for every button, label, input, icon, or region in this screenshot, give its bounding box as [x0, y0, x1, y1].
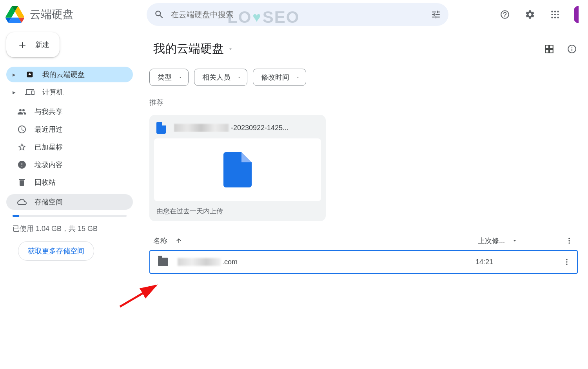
caret-down-icon	[178, 75, 183, 80]
svg-point-4	[554, 14, 556, 15]
chip-type[interactable]: 类型	[149, 69, 189, 86]
recommended-preview	[154, 138, 321, 201]
search-icon	[154, 9, 164, 20]
storage-bar: 已使用 1.04 GB，共 15 GB 获取更多存储空间	[6, 215, 133, 261]
view-toggle-button[interactable]	[543, 43, 555, 55]
help-icon	[500, 9, 510, 20]
file-icon	[156, 122, 166, 134]
nav: ▶ 我的云端硬盘 ▶ 计算机 与我共享	[6, 67, 133, 212]
sidebar-item-my-drive[interactable]: ▶ 我的云端硬盘	[6, 67, 133, 82]
file-name-suffix: .com	[222, 258, 238, 266]
devices-icon	[25, 87, 34, 97]
new-button[interactable]: ＋ 新建	[6, 32, 60, 57]
column-name[interactable]: 名称	[153, 236, 182, 245]
filename-suffix: -20230922-1425...	[231, 124, 289, 132]
svg-point-14	[566, 259, 567, 260]
body: ＋ 新建 ▶ 我的云端硬盘 ▶ 计算机	[0, 29, 588, 369]
row-more-button[interactable]	[562, 257, 572, 267]
svg-point-1	[554, 11, 556, 12]
svg-point-8	[557, 16, 559, 18]
sidebar-item-spam[interactable]: 垃圾内容	[6, 157, 133, 173]
sidebar-item-computers[interactable]: ▶ 计算机	[6, 84, 133, 100]
sidebar-item-label: 存储空间	[34, 197, 63, 207]
storage-meter-fill	[13, 215, 19, 217]
people-icon	[17, 107, 27, 116]
caret-down-icon	[296, 75, 300, 80]
search-options-button[interactable]	[427, 6, 445, 23]
chip-label: 修改时间	[261, 73, 289, 82]
svg-point-6	[551, 16, 553, 18]
sidebar-item-trash[interactable]: 回收站	[6, 175, 133, 190]
sidebar-item-recent[interactable]: 最近用过	[6, 122, 133, 137]
caret-down-icon	[512, 238, 517, 244]
column-last-modified[interactable]: 上次修...	[478, 236, 517, 245]
settings-button[interactable]	[521, 6, 539, 23]
sidebar-item-label: 计算机	[42, 87, 64, 97]
main-content: 我的云端硬盘 类型 相关人员 修改时间	[139, 29, 588, 369]
arrow-up-icon	[175, 237, 182, 244]
clock-icon	[17, 125, 27, 134]
storage-meter	[13, 215, 127, 217]
redacted-text	[178, 258, 221, 266]
search-input[interactable]	[168, 10, 427, 19]
file-row[interactable]: .com 14:21	[149, 250, 578, 274]
chip-people[interactable]: 相关人员	[194, 69, 247, 86]
search-bar[interactable]	[147, 3, 448, 26]
help-button[interactable]	[496, 6, 514, 23]
chip-label: 相关人员	[202, 73, 230, 82]
sidebar-item-label: 垃圾内容	[34, 160, 63, 169]
svg-point-12	[568, 240, 570, 241]
plus-icon: ＋	[16, 41, 28, 49]
sidebar-item-label: 回收站	[34, 178, 56, 187]
page-title: 我的云端硬盘	[153, 41, 224, 57]
info-icon	[567, 44, 577, 54]
get-more-storage-button[interactable]: 获取更多存储空间	[18, 241, 94, 261]
apps-icon	[550, 9, 560, 20]
sidebar-item-label: 已加星标	[34, 142, 63, 152]
caret-down-icon	[228, 46, 233, 52]
col-name-label: 名称	[153, 236, 167, 245]
caret-down-icon	[237, 75, 241, 80]
more-vert-icon	[565, 237, 573, 245]
svg-point-11	[568, 238, 570, 239]
svg-point-15	[566, 261, 567, 262]
new-button-label: 新建	[35, 40, 49, 49]
svg-point-2	[557, 11, 559, 12]
chevron-right-icon: ▶	[13, 90, 17, 95]
svg-point-5	[557, 14, 559, 15]
recommended-card[interactable]: -20230922-1425... 由您在过去一天内上传	[149, 115, 326, 221]
search-button[interactable]	[151, 6, 168, 23]
sidebar-item-shared[interactable]: 与我共享	[6, 104, 133, 120]
more-vert-icon	[563, 258, 571, 266]
tune-icon	[431, 9, 441, 20]
trash-icon	[17, 178, 27, 187]
recommended-header: -20230922-1425...	[154, 120, 321, 138]
column-more-button[interactable]	[564, 236, 574, 245]
file-name: .com	[178, 258, 238, 266]
folder-icon	[158, 258, 168, 266]
svg-point-16	[566, 264, 567, 265]
sidebar-item-label: 我的云端硬盘	[42, 70, 85, 79]
file-icon	[223, 152, 252, 187]
svg-point-3	[551, 14, 553, 15]
apps-button[interactable]	[546, 6, 564, 23]
col-last-label: 上次修...	[478, 236, 505, 245]
avatar[interactable]	[574, 6, 579, 23]
sidebar-item-starred[interactable]: 已加星标	[6, 139, 133, 155]
info-button[interactable]	[566, 43, 578, 55]
svg-point-7	[554, 16, 556, 18]
chip-label: 类型	[158, 73, 172, 82]
spam-icon	[17, 160, 27, 169]
redacted-text	[174, 124, 229, 132]
sidebar-item-storage[interactable]: 存储空间	[6, 194, 133, 210]
header: 云端硬盘	[0, 0, 588, 29]
grid-view-icon	[544, 44, 554, 54]
page-title-dropdown[interactable]: 我的云端硬盘	[149, 38, 237, 59]
sidebar: ＋ 新建 ▶ 我的云端硬盘 ▶ 计算机	[0, 29, 139, 369]
filter-chips: 类型 相关人员 修改时间	[149, 69, 578, 86]
title-row: 我的云端硬盘	[149, 38, 578, 59]
sidebar-item-label: 最近用过	[34, 125, 63, 134]
chip-modified[interactable]: 修改时间	[253, 69, 306, 86]
drive-logo-icon	[5, 5, 24, 24]
logo-area[interactable]: 云端硬盘	[5, 5, 147, 24]
